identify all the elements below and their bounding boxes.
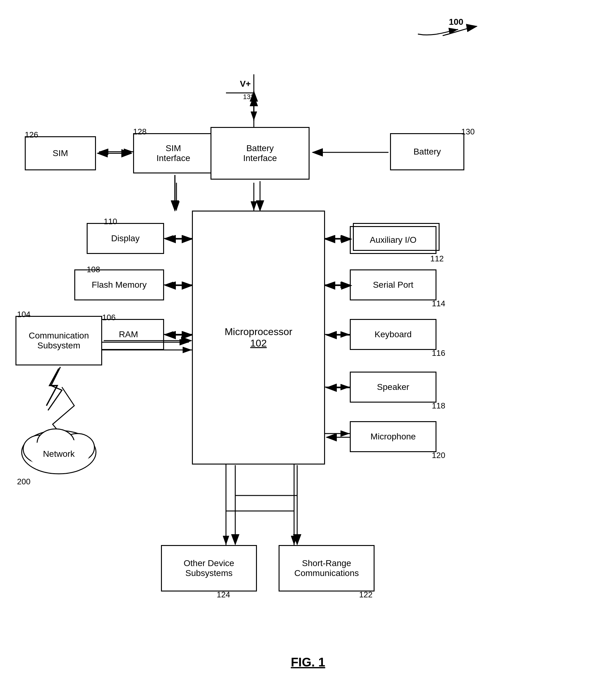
serial-port-box: Serial Port [350, 270, 436, 300]
microphone-box: Microphone [350, 421, 436, 452]
sim-label: SIM [53, 148, 68, 158]
network-cloud: Network [16, 415, 102, 477]
fig-caption: FIG. 1 [0, 655, 616, 669]
battery-label: Battery [414, 147, 441, 157]
ref-106: 106 [102, 313, 115, 322]
sim-interface-label: SIMInterface [157, 143, 190, 163]
sim-interface-box: SIMInterface [133, 133, 213, 174]
ref-200: 200 [17, 477, 30, 487]
ref-126: 126 [25, 130, 38, 140]
microprocessor-box: Microprocessor102 [192, 211, 325, 464]
other-device-label: Other DeviceSubsystems [184, 559, 234, 578]
diagram: 100 V+ 132 SIM 126 SIMInterface 128 Batt… [0, 0, 616, 694]
keyboard-box: Keyboard [350, 319, 436, 350]
ref-130: 130 [461, 127, 474, 136]
lightning-bolt [40, 367, 77, 407]
ref-124: 124 [217, 590, 230, 600]
keyboard-label: Keyboard [375, 329, 412, 340]
vplus-label: V+ [240, 79, 251, 89]
battery-box: Battery [390, 133, 464, 170]
ref-108: 108 [87, 265, 100, 274]
ref-114: 114 [432, 299, 445, 308]
microphone-label: Microphone [371, 432, 416, 442]
comm-to-micro-line [102, 337, 193, 347]
ref-112: 112 [430, 254, 444, 263]
ref-128: 128 [133, 127, 146, 136]
other-device-box: Other DeviceSubsystems [161, 545, 257, 591]
comm-subsystem-label: CommunicationSubsystem [29, 331, 89, 350]
aux-io-box-shadow [353, 223, 440, 251]
microprocessor-label: Microprocessor102 [225, 326, 293, 349]
svg-text:Network: Network [43, 449, 75, 459]
flash-memory-label: Flash Memory [92, 280, 146, 290]
ref-118: 118 [432, 401, 445, 410]
ref-100: 100 [449, 17, 463, 27]
ref-110: 110 [104, 217, 117, 226]
ref-120: 120 [432, 451, 445, 460]
short-range-label: Short-RangeCommunications [294, 559, 359, 578]
ref-122: 122 [359, 590, 372, 600]
ref-116: 116 [432, 348, 445, 358]
speaker-box: Speaker [350, 372, 436, 403]
serial-port-label: Serial Port [373, 280, 414, 290]
display-box: Display [87, 223, 164, 254]
ref-132: 132 [243, 93, 255, 101]
display-label: Display [111, 234, 139, 243]
short-range-box: Short-RangeCommunications [279, 545, 375, 591]
ref-104: 104 [17, 310, 30, 319]
speaker-label: Speaker [377, 382, 409, 392]
sim-box: SIM [25, 136, 96, 170]
comm-subsystem-box: CommunicationSubsystem [16, 316, 102, 365]
battery-interface-label: BatteryInterface [243, 143, 277, 163]
battery-interface-box: BatteryInterface [210, 127, 310, 180]
